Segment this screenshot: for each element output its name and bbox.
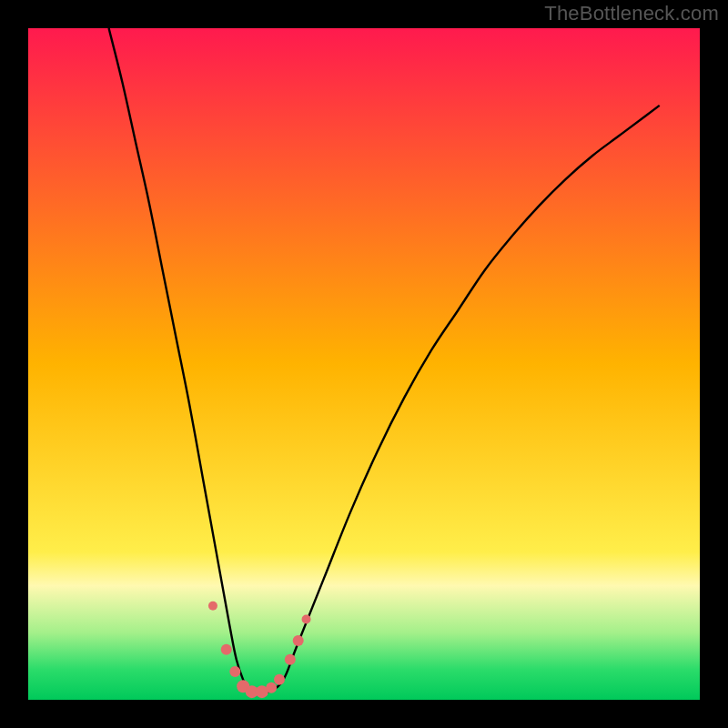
data-marker [274,674,285,685]
data-marker [266,682,277,693]
data-marker [229,666,240,677]
gradient-background [28,28,700,700]
watermark-text: TheBottleneck.com [544,2,719,25]
data-marker [208,602,217,611]
data-marker [302,614,311,623]
data-marker [221,644,232,655]
chart-frame: TheBottleneck.com [0,0,728,728]
bottleneck-chart [0,0,728,728]
data-marker [293,635,304,646]
data-marker [285,654,296,665]
